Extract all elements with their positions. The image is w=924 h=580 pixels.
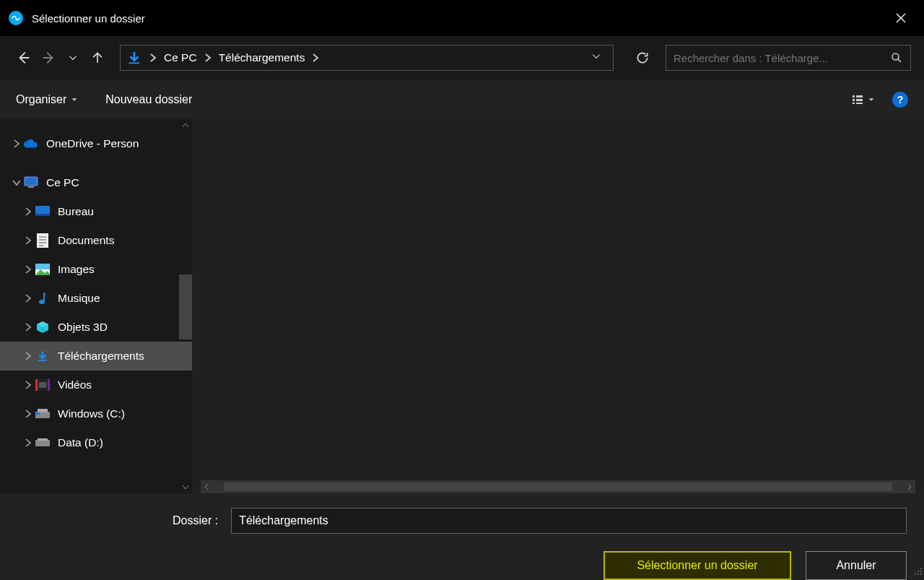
help-button[interactable]: ?	[892, 92, 908, 108]
chevron-right-icon[interactable]	[22, 235, 35, 246]
toolbar: Organiser Nouveau dossier ?	[0, 79, 924, 119]
drive-icon	[35, 406, 51, 422]
svg-rect-4	[856, 99, 863, 101]
tree-label: Windows (C:)	[58, 407, 125, 420]
dialog-footer: Dossier : Sélectionner un dossier Annule…	[0, 493, 924, 580]
folder-name-input[interactable]	[231, 508, 907, 534]
drive-icon	[35, 435, 51, 451]
scrollbar-thumb[interactable]	[179, 274, 192, 339]
tree-item-data-d[interactable]: Data (D:)	[0, 428, 192, 457]
help-label: ?	[897, 94, 904, 105]
tree-item-cepc[interactable]: Ce PC	[0, 168, 192, 197]
tree-item-telechargements[interactable]: Téléchargements	[0, 342, 192, 371]
download-arrow-icon	[126, 50, 142, 66]
tree-item-images[interactable]: Images	[0, 255, 192, 284]
chevron-right-icon[interactable]	[309, 53, 322, 63]
tree-item-videos[interactable]: Vidéos	[0, 371, 192, 399]
app-icon	[9, 11, 23, 25]
close-button[interactable]	[886, 7, 915, 30]
up-button[interactable]	[87, 45, 108, 71]
svg-rect-7	[25, 177, 38, 186]
tree-label: Bureau	[58, 205, 94, 218]
tree-label: Data (D:)	[58, 436, 103, 449]
sidebar-scrollbar[interactable]	[179, 119, 192, 493]
tree-item-objets3d[interactable]: Objets 3D	[0, 313, 192, 342]
chevron-right-icon[interactable]	[22, 207, 35, 217]
chevron-right-icon[interactable]	[22, 409, 35, 419]
svg-rect-22	[35, 440, 50, 446]
tree-item-onedrive[interactable]: OneDrive - Person	[0, 129, 192, 158]
file-list-area[interactable]	[192, 119, 924, 493]
chevron-right-icon[interactable]	[10, 139, 23, 149]
tree-item-windows-c[interactable]: Windows (C:)	[0, 399, 192, 428]
svg-point-27	[915, 573, 916, 575]
breadcrumb-telechargements[interactable]: Téléchargements	[214, 51, 310, 64]
search-input[interactable]	[674, 52, 890, 64]
back-button[interactable]	[13, 45, 35, 71]
tree-item-musique[interactable]: Musique	[0, 284, 192, 313]
svg-rect-23	[38, 438, 48, 441]
address-bar[interactable]: Ce PC Téléchargements	[120, 45, 614, 71]
tree-label: OneDrive - Person	[46, 137, 139, 150]
svg-rect-10	[35, 214, 50, 216]
svg-point-26	[920, 571, 922, 572]
address-dropdown[interactable]	[585, 51, 607, 64]
chevron-right-icon[interactable]	[147, 53, 160, 63]
recent-dropdown[interactable]	[62, 45, 84, 71]
organise-label: Organiser	[16, 93, 66, 106]
new-folder-button[interactable]: Nouveau dossier	[105, 93, 192, 106]
chevron-right-icon[interactable]	[22, 351, 35, 361]
new-folder-label: Nouveau dossier	[105, 93, 192, 106]
music-icon	[35, 290, 51, 306]
svg-rect-18	[39, 382, 46, 388]
document-icon	[35, 233, 51, 248]
tree-item-bureau[interactable]: Bureau	[0, 197, 192, 226]
svg-rect-2	[856, 95, 863, 98]
chevron-right-icon[interactable]	[22, 438, 35, 448]
refresh-button[interactable]	[628, 45, 657, 71]
titlebar: Sélectionner un dossier	[0, 0, 924, 36]
chevron-down-icon[interactable]	[10, 179, 23, 186]
select-folder-button[interactable]: Sélectionner un dossier	[603, 551, 791, 580]
svg-rect-8	[28, 186, 34, 188]
tree-label: Images	[58, 263, 95, 276]
select-folder-label: Sélectionner un dossier	[637, 559, 757, 572]
svg-rect-17	[48, 379, 50, 391]
tree-label: Ce PC	[46, 176, 79, 189]
chevron-right-icon[interactable]	[22, 322, 35, 332]
cancel-button[interactable]: Annuler	[806, 551, 907, 580]
horizontal-scrollbar[interactable]	[201, 480, 915, 493]
svg-rect-20	[38, 409, 48, 412]
svg-point-0	[892, 53, 899, 60]
tree-item-documents[interactable]: Documents	[0, 226, 192, 255]
view-options-button[interactable]	[849, 88, 878, 111]
svg-point-29	[920, 573, 922, 575]
svg-rect-3	[853, 99, 855, 101]
cube-icon	[35, 319, 51, 335]
chevron-right-icon[interactable]	[22, 293, 35, 303]
search-bar[interactable]	[666, 45, 911, 71]
organise-menu[interactable]: Organiser	[16, 93, 78, 106]
search-icon[interactable]	[890, 51, 903, 64]
scrollbar-thumb[interactable]	[224, 482, 892, 491]
forward-button[interactable]	[38, 45, 59, 71]
folder-field-label: Dossier :	[173, 514, 218, 527]
main-area: OneDrive - Person Ce PC Bureau Documents…	[0, 119, 924, 493]
svg-rect-21	[36, 412, 40, 415]
cancel-label: Annuler	[836, 559, 876, 572]
chevron-right-icon[interactable]	[22, 264, 35, 274]
resize-grip[interactable]	[914, 566, 923, 579]
nav-bar: Ce PC Téléchargements	[0, 36, 924, 79]
svg-point-14	[39, 300, 45, 304]
svg-rect-6	[856, 103, 863, 104]
breadcrumb-cepc[interactable]: Ce PC	[160, 51, 201, 64]
navigation-tree: OneDrive - Person Ce PC Bureau Documents…	[0, 119, 192, 493]
picture-icon	[35, 261, 51, 277]
tree-label: Musique	[58, 292, 100, 305]
svg-point-24	[920, 568, 922, 569]
chevron-right-icon[interactable]	[22, 380, 35, 390]
chevron-right-icon[interactable]	[201, 53, 214, 63]
svg-rect-1	[853, 95, 855, 98]
svg-rect-5	[853, 103, 855, 104]
svg-point-25	[918, 571, 919, 572]
